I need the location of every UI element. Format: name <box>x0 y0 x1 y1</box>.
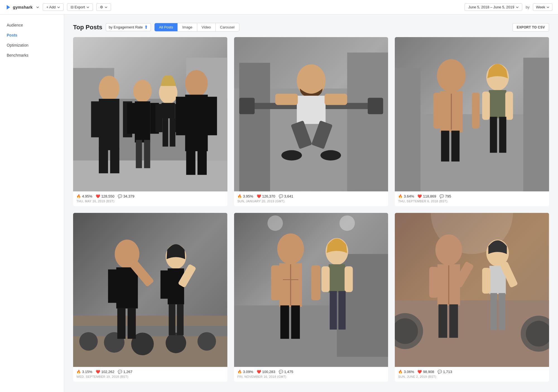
app-name: gymshark <box>13 5 33 9</box>
export-csv-button[interactable]: EXPORT TO CSV <box>513 23 549 32</box>
tab-label: All Posts <box>159 25 173 29</box>
brand-dropdown[interactable] <box>36 6 39 9</box>
svg-rect-54 <box>441 131 449 162</box>
comments-value: 795 <box>445 194 451 198</box>
post-card-6[interactable]: 🔥 3.06% ❤️ 98,908 💬 1,713 SUN, JUNE 2, 2… <box>395 213 549 382</box>
week-picker[interactable]: Week <box>533 3 552 11</box>
svg-rect-11 <box>110 148 119 173</box>
tab-video[interactable]: Video <box>197 23 216 31</box>
export-csv-label: EXPORT TO CSV <box>517 25 545 29</box>
chevron-down-icon <box>36 6 39 9</box>
svg-rect-14 <box>127 103 136 134</box>
post-stats-5: 🔥 3.09% ❤️ 100,283 💬 1,475 <box>237 370 385 374</box>
svg-point-69 <box>198 332 216 350</box>
post-card-3[interactable]: 🔥 3.64% ❤️ 118,869 💬 795 THU, SEPTEMBER … <box>395 37 549 206</box>
svg-rect-16 <box>136 140 142 168</box>
svg-marker-0 <box>7 5 10 9</box>
svg-rect-114 <box>449 304 458 338</box>
add-button[interactable]: + Add <box>43 3 64 11</box>
engagement-sort-label: by Engagement Rate <box>109 25 143 29</box>
chevron-down-icon <box>57 6 60 9</box>
svg-rect-19 <box>162 103 175 118</box>
engagement-sort-picker[interactable]: by Engagement Rate ⬆ <box>106 23 151 31</box>
svg-point-44 <box>320 150 341 160</box>
comments-stat: 💬 1,267 <box>118 370 133 374</box>
post-image-6 <box>395 213 549 367</box>
comment-icon: 💬 <box>439 194 444 198</box>
svg-rect-91 <box>271 265 280 300</box>
likes-stat: ❤️ 102,262 <box>96 370 114 374</box>
main-content: Top Posts by Engagement Rate ⬆ All Posts… <box>64 15 558 392</box>
post-card-4[interactable]: 🔥 3.15% ❤️ 102,262 💬 1,267 WED, SEPTEMBE… <box>73 213 227 382</box>
tab-image[interactable]: Image <box>178 23 197 31</box>
post-card-2[interactable]: 🔥 3.95% ❤️ 126,370 💬 3,641 SUN, JANUARY … <box>234 37 388 206</box>
heart-icon: ❤️ <box>257 370 261 374</box>
comments-value: 1,267 <box>123 370 133 374</box>
week-label: Week <box>536 5 545 9</box>
svg-rect-98 <box>345 266 353 292</box>
sidebar-item-audience[interactable]: Audience <box>0 20 64 30</box>
chevron-down-icon <box>86 6 89 9</box>
svg-rect-93 <box>280 305 289 339</box>
svg-rect-26 <box>176 97 186 135</box>
svg-point-12 <box>133 80 152 102</box>
svg-rect-96 <box>329 264 345 292</box>
date-range-label: June 5, 2018 – June 5, 2019 <box>468 5 514 9</box>
by-label: by <box>526 5 530 9</box>
tab-label: Image <box>182 25 192 29</box>
svg-rect-48 <box>523 58 549 191</box>
sidebar-item-label: Audience <box>7 23 23 27</box>
tab-all-posts[interactable]: All Posts <box>155 23 178 31</box>
tab-label: Carousel <box>220 25 235 29</box>
svg-rect-111 <box>429 267 439 298</box>
post-stats-1: 🔥 4.95% ❤️ 128,550 💬 34,379 <box>76 194 224 198</box>
date-range-picker[interactable]: June 5, 2018 – June 5, 2019 <box>465 3 522 11</box>
comments-stat: 💬 3,641 <box>279 194 294 198</box>
svg-rect-55 <box>451 131 460 162</box>
section-header: Top Posts by Engagement Rate ⬆ All Posts… <box>73 23 549 32</box>
comment-icon: 💬 <box>118 194 122 198</box>
svg-point-49 <box>437 59 466 92</box>
svg-rect-27 <box>207 97 217 135</box>
svg-rect-53 <box>472 93 480 129</box>
app-logo: gymshark <box>6 4 33 10</box>
tab-carousel[interactable]: Carousel <box>216 23 239 31</box>
engagement-value: 4.95% <box>82 194 92 198</box>
svg-rect-77 <box>168 268 184 304</box>
post-card-1[interactable]: 🔥 4.95% ❤️ 128,550 💬 34,379 THU, MAY 16,… <box>73 37 227 206</box>
likes-stat: ❤️ 118,869 <box>417 194 436 198</box>
engagement-stat: 🔥 3.06% <box>398 370 414 374</box>
svg-point-68 <box>166 333 186 353</box>
sidebar: Audience Posts Optimization Benchmarks <box>0 15 64 392</box>
flame-icon: 🔥 <box>76 194 81 198</box>
settings-label: ⚙ <box>100 5 103 9</box>
svg-rect-97 <box>321 266 329 292</box>
likes-stat: ❤️ 100,283 <box>257 370 275 374</box>
svg-rect-92 <box>311 265 320 300</box>
sidebar-item-optimization[interactable]: Optimization <box>0 40 64 50</box>
heart-icon: ❤️ <box>417 370 422 374</box>
export-button[interactable]: ⊟ Export <box>67 3 93 11</box>
svg-rect-20 <box>155 104 163 132</box>
post-stats-4: 🔥 3.15% ❤️ 102,262 💬 1,267 <box>76 370 224 374</box>
engagement-stat: 🔥 3.64% <box>398 194 414 198</box>
sidebar-item-posts[interactable]: Posts <box>0 30 64 40</box>
svg-point-83 <box>267 215 283 231</box>
post-meta-5: 🔥 3.09% ❤️ 100,283 💬 1,475 FRI, NOVEMBER… <box>234 367 388 382</box>
sidebar-item-label: Posts <box>7 33 17 37</box>
engagement-value: 3.06% <box>404 370 414 374</box>
post-meta-3: 🔥 3.64% ❤️ 118,869 💬 795 THU, SEPTEMBER … <box>395 191 549 206</box>
settings-button[interactable]: ⚙ <box>96 3 111 11</box>
post-card-5[interactable]: 🔥 3.09% ❤️ 100,283 💬 1,475 FRI, NOVEMBER… <box>234 213 388 382</box>
post-meta-6: 🔥 3.06% ❤️ 98,908 💬 1,713 SUN, JUNE 2, 2… <box>395 367 549 382</box>
chevron-down-icon <box>547 6 549 9</box>
svg-rect-52 <box>433 93 441 129</box>
svg-rect-99 <box>329 291 337 330</box>
engagement-stat: 🔥 3.09% <box>237 370 253 374</box>
flame-icon: 🔥 <box>398 194 403 198</box>
comment-icon: 💬 <box>279 370 283 374</box>
svg-rect-72 <box>108 269 117 303</box>
svg-point-65 <box>79 332 98 350</box>
flame-icon: 🔥 <box>398 370 403 374</box>
sidebar-item-benchmarks[interactable]: Benchmarks <box>0 50 64 60</box>
